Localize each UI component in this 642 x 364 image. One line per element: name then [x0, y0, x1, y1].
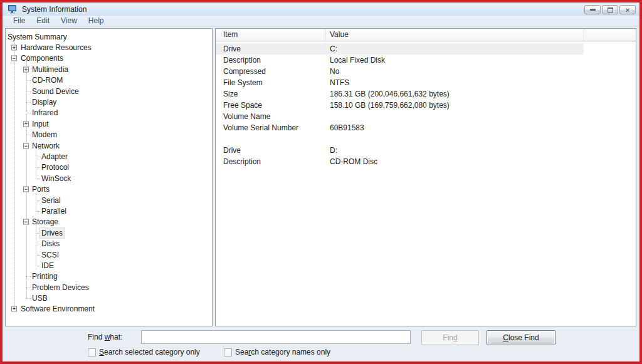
- collapse-icon[interactable]: −: [23, 187, 29, 192]
- table-row[interactable]: Volume Name: [216, 111, 584, 122]
- menu-help[interactable]: Help: [83, 16, 110, 26]
- expand-icon[interactable]: +: [23, 66, 29, 72]
- tree-item[interactable]: Serial: [6, 195, 212, 205]
- menu-file[interactable]: File: [8, 16, 31, 26]
- item-cell: Drive: [223, 43, 241, 55]
- tree-item[interactable]: WinSock: [6, 173, 212, 184]
- collapse-icon[interactable]: −: [11, 56, 17, 61]
- maximize-icon: [608, 8, 613, 13]
- tree-item[interactable]: − Ports: [6, 184, 212, 194]
- table-row[interactable]: Drive C:: [216, 43, 584, 55]
- tree-item[interactable]: − Network: [6, 140, 212, 151]
- tree-item[interactable]: Problem Devices: [6, 282, 212, 293]
- menu-edit[interactable]: Edit: [31, 16, 55, 26]
- tree-item[interactable]: − Storage: [6, 217, 212, 227]
- item-cell: Free Space: [223, 100, 262, 111]
- tree-item-label: Infrared: [30, 108, 60, 118]
- value-cell: CD-ROM Disc: [330, 156, 377, 167]
- collapse-icon[interactable]: −: [23, 219, 29, 225]
- tree-item-label: WinSock: [39, 174, 73, 184]
- column-header-item[interactable]: Item: [223, 29, 238, 41]
- tree-item-label: Input: [30, 119, 51, 129]
- tree-item[interactable]: + Hardware Resources: [6, 42, 212, 53]
- table-row[interactable]: File System NTFS: [216, 77, 584, 88]
- tree-item-label: Multimedia: [30, 65, 70, 75]
- expand-icon[interactable]: +: [11, 45, 17, 51]
- search-selected-category-checkbox[interactable]: Search selected category only: [88, 348, 200, 356]
- tree-item-label: Modem: [30, 130, 59, 140]
- table-row[interactable]: [216, 133, 584, 145]
- column-divider[interactable]: [584, 29, 584, 41]
- tree-item[interactable]: Infrared: [6, 108, 212, 118]
- minimize-button[interactable]: [584, 5, 601, 14]
- value-cell: 186.31 GB (200,046,661,632 bytes): [330, 88, 450, 100]
- tree-item[interactable]: Adapter: [6, 151, 212, 162]
- expand-icon[interactable]: +: [11, 306, 17, 312]
- table-row[interactable]: Compressed No: [216, 66, 584, 77]
- titlebar[interactable]: System Information ×: [3, 3, 639, 16]
- tree-item-label: Serial: [39, 195, 63, 205]
- details-header: Item Value: [216, 29, 636, 41]
- checkbox-icon[interactable]: [88, 348, 96, 356]
- tree-item[interactable]: Protocol: [6, 162, 212, 173]
- find-button[interactable]: Find: [421, 330, 479, 345]
- tree-item-label: Network: [30, 141, 61, 151]
- tree-item[interactable]: Parallel: [6, 205, 212, 216]
- window-controls: ×: [584, 5, 636, 14]
- search-options: Search selected category only Search cat…: [3, 348, 639, 358]
- tree-item[interactable]: CD-ROM: [6, 75, 212, 86]
- tree-item-label: Problem Devices: [30, 283, 91, 293]
- value-cell: 60B91583: [330, 122, 364, 133]
- table-row[interactable]: Volume Serial Number 60B91583: [216, 122, 584, 133]
- column-divider[interactable]: [325, 29, 325, 41]
- checkbox-label: Search selected category only: [99, 348, 200, 356]
- close-button[interactable]: ×: [619, 5, 636, 14]
- table-row[interactable]: Size 186.31 GB (200,046,661,632 bytes): [216, 88, 584, 100]
- search-category-names-checkbox[interactable]: Search category names only: [224, 348, 330, 356]
- value-cell: D:: [330, 145, 337, 156]
- tree-item[interactable]: + Input: [6, 118, 212, 129]
- tree-item-label: Drives: [39, 228, 65, 238]
- tree-item-label: USB: [30, 293, 50, 303]
- tree-item-label: Protocol: [39, 162, 71, 172]
- tree-item[interactable]: IDE: [6, 260, 212, 271]
- tree-item[interactable]: Disks: [6, 238, 212, 249]
- find-input[interactable]: [141, 330, 411, 344]
- tree-item[interactable]: USB: [6, 293, 212, 303]
- tree-item[interactable]: + Software Environment: [6, 304, 212, 315]
- close-find-button[interactable]: Close Find: [487, 330, 555, 345]
- close-icon: ×: [626, 7, 629, 13]
- tree-item[interactable]: + Multimedia: [6, 64, 212, 75]
- system-information-icon: [8, 5, 18, 14]
- item-cell: Description: [223, 156, 261, 167]
- column-header-value[interactable]: Value: [330, 29, 349, 41]
- tree-item[interactable]: Sound Device: [6, 86, 212, 96]
- table-row[interactable]: Drive D:: [216, 145, 584, 156]
- table-row[interactable]: Description Local Fixed Disk: [216, 55, 584, 66]
- checkbox-icon[interactable]: [224, 348, 232, 356]
- tree-item[interactable]: − Components: [6, 53, 212, 64]
- table-row[interactable]: Free Space 158.10 GB (169,759,662,080 by…: [216, 100, 584, 111]
- tree-item[interactable]: Drives: [6, 227, 212, 238]
- tree-item-label: Software Environment: [19, 304, 97, 314]
- tree-item-label: SCSI: [39, 250, 61, 260]
- tree-item-label: Display: [30, 97, 58, 107]
- expand-icon[interactable]: +: [23, 121, 29, 127]
- item-cell: Description: [223, 55, 261, 66]
- value-cell: C:: [330, 43, 337, 55]
- collapse-icon[interactable]: −: [23, 143, 29, 148]
- tree-item[interactable]: Printing: [6, 271, 212, 282]
- maximize-button[interactable]: [602, 5, 618, 14]
- tree-item-label: Hardware Resources: [19, 43, 93, 53]
- tree-item[interactable]: System Summary: [6, 31, 212, 42]
- tree-item[interactable]: SCSI: [6, 249, 212, 260]
- tree-item-label: Components: [19, 53, 65, 63]
- window-title: System Information: [22, 5, 87, 14]
- tree-item[interactable]: Modem: [6, 130, 212, 140]
- tree-item-label: Parallel: [39, 206, 68, 216]
- tree-item-label: Printing: [30, 271, 60, 281]
- menu-view[interactable]: View: [55, 16, 83, 26]
- table-row[interactable]: Description CD-ROM Disc: [216, 156, 584, 167]
- item-cell: Drive: [223, 145, 241, 156]
- tree-item[interactable]: Display: [6, 96, 212, 107]
